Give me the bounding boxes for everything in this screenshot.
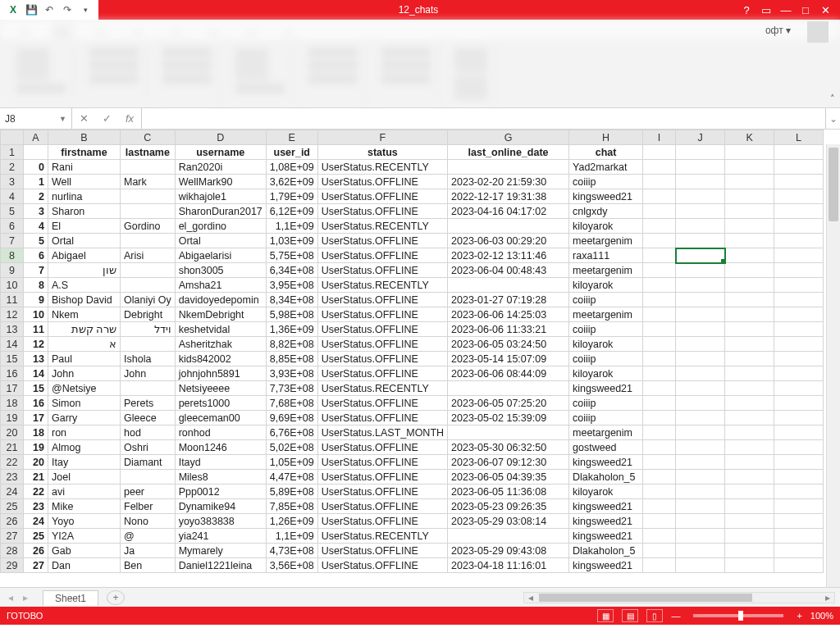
cell[interactable]: 15 [24, 381, 48, 396]
cell[interactable]: kiloyarok [569, 219, 643, 234]
cell[interactable] [725, 145, 774, 160]
cell[interactable]: UserStatus.OFFLINE [317, 175, 447, 189]
cell[interactable]: 2023-06-05 07:25:20 [448, 396, 569, 411]
cell[interactable] [121, 204, 176, 219]
cell[interactable] [774, 189, 824, 204]
cell[interactable]: 5,89E+08 [266, 485, 317, 499]
cell[interactable]: 5,75E+08 [266, 248, 317, 263]
cell[interactable]: coiiip [569, 175, 643, 189]
row-header[interactable]: 5 [1, 204, 24, 219]
cell[interactable] [121, 278, 176, 293]
cell[interactable]: UserStatus.OFFLINE [317, 558, 447, 573]
column-header[interactable]: I [643, 130, 676, 145]
cell[interactable] [676, 499, 725, 514]
cell[interactable]: 2023-05-30 06:32:50 [448, 440, 569, 455]
cell[interactable]: 2023-06-03 00:29:20 [448, 234, 569, 248]
cell[interactable]: nurlina [48, 189, 121, 204]
cell[interactable] [643, 440, 676, 455]
cell[interactable]: lastname [121, 145, 176, 160]
cell[interactable]: keshetvidal [175, 322, 266, 337]
account-label[interactable]: офт ▾ [765, 25, 791, 36]
cell[interactable]: 2023-05-02 15:39:09 [448, 411, 569, 425]
cell[interactable] [725, 381, 774, 396]
cell[interactable]: Perets [121, 396, 176, 411]
cell[interactable]: 1 [24, 175, 48, 189]
cell[interactable]: gostweed [569, 440, 643, 455]
cell[interactable]: 25 [24, 529, 48, 544]
cell[interactable] [676, 381, 725, 396]
cell[interactable]: 7,73E+08 [266, 381, 317, 396]
row-header[interactable]: 26 [1, 514, 24, 529]
column-header[interactable]: E [266, 130, 317, 145]
cell[interactable]: UserStatus.OFFLINE [317, 440, 447, 455]
cell[interactable] [676, 293, 725, 307]
column-header[interactable]: D [175, 130, 266, 145]
cell[interactable]: 5,02E+08 [266, 440, 317, 455]
zoom-in-icon[interactable]: + [797, 611, 801, 621]
cell[interactable]: yoyo383838 [175, 514, 266, 529]
column-header[interactable]: A [24, 130, 48, 145]
cell[interactable] [725, 219, 774, 234]
cell[interactable]: 1,05E+09 [266, 455, 317, 470]
cell[interactable] [676, 485, 725, 499]
zoom-percent[interactable]: 100% [810, 611, 833, 621]
row-header[interactable]: 8 [1, 248, 24, 263]
cell[interactable]: Sharon [48, 204, 121, 219]
cell[interactable]: UserStatus.OFFLINE [317, 485, 447, 499]
cell[interactable]: Paul [48, 352, 121, 366]
row-header[interactable]: 15 [1, 352, 24, 366]
help-icon[interactable]: ? [738, 2, 755, 18]
cell[interactable] [643, 175, 676, 189]
cell[interactable]: ron [48, 425, 121, 440]
cell[interactable]: Arisi [121, 248, 176, 263]
cell[interactable]: UserStatus.RECENTLY [317, 278, 447, 293]
cell[interactable]: 2023-04-18 11:16:01 [448, 558, 569, 573]
fx-icon[interactable]: fx [118, 112, 141, 125]
cell[interactable] [774, 278, 824, 293]
cell[interactable] [774, 160, 824, 175]
cell[interactable] [643, 352, 676, 366]
cell[interactable]: WellMark90 [175, 175, 266, 189]
row-header[interactable]: 9 [1, 263, 24, 278]
cell[interactable] [725, 485, 774, 499]
cell[interactable]: Gab [48, 544, 121, 558]
cell[interactable]: 3,56E+08 [266, 558, 317, 573]
cell[interactable]: Mymarely [175, 544, 266, 558]
cell[interactable]: gleeceman00 [175, 411, 266, 425]
cell[interactable]: yia241 [175, 529, 266, 544]
column-header[interactable]: B [48, 130, 121, 145]
sheet-nav-prev-icon[interactable]: ◂ [3, 592, 18, 603]
cell[interactable]: Nono [121, 514, 176, 529]
cell[interactable] [643, 204, 676, 219]
cell[interactable] [643, 381, 676, 396]
cell[interactable] [643, 160, 676, 175]
cell[interactable]: avi [48, 485, 121, 499]
cell[interactable]: UserStatus.RECENTLY [317, 160, 447, 175]
minimize-icon[interactable]: — [778, 2, 794, 18]
cell[interactable] [448, 219, 569, 234]
cell[interactable]: cnlgxdy [569, 204, 643, 219]
cell[interactable]: UserStatus.OFFLINE [317, 263, 447, 278]
cell[interactable]: kids842002 [175, 352, 266, 366]
cell[interactable]: UserStatus.OFFLINE [317, 499, 447, 514]
cell[interactable] [725, 160, 774, 175]
cell[interactable]: 9,69E+08 [266, 411, 317, 425]
cell[interactable]: 2023-06-06 11:33:21 [448, 322, 569, 337]
row-header[interactable]: 19 [1, 411, 24, 425]
cell[interactable]: Ortal [175, 234, 266, 248]
cell[interactable] [676, 322, 725, 337]
cell[interactable]: UserStatus.OFFLINE [317, 544, 447, 558]
cell[interactable]: kingsweed21 [569, 455, 643, 470]
cell[interactable]: firstname [48, 145, 121, 160]
cell[interactable]: Gleece [121, 411, 176, 425]
cell[interactable]: UserStatus.OFFLINE [317, 248, 447, 263]
row-header[interactable]: 14 [1, 337, 24, 352]
cell[interactable] [643, 248, 676, 263]
cell[interactable]: Mike [48, 499, 121, 514]
cell[interactable]: Diamant [121, 455, 176, 470]
cell[interactable]: UserStatus.OFFLINE [317, 189, 447, 204]
cell[interactable] [676, 411, 725, 425]
cell[interactable] [725, 544, 774, 558]
cell[interactable]: Dynamike94 [175, 499, 266, 514]
cell[interactable]: שון [48, 263, 121, 278]
